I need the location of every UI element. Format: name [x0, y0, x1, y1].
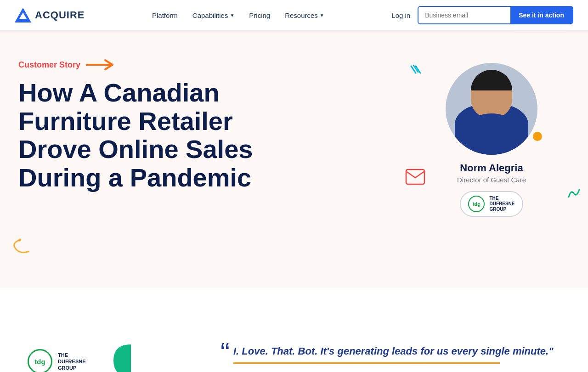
hero-left: Customer Story How A Canadian Furniture … — [18, 54, 312, 201]
envelope-icon — [405, 169, 425, 187]
chevron-down-icon: ▼ — [230, 13, 234, 18]
green-semicircle-icon — [113, 344, 131, 372]
avatar — [446, 63, 537, 155]
nav-pricing[interactable]: Pricing — [249, 11, 270, 19]
hero-section: Customer Story How A Canadian Furniture … — [0, 31, 588, 288]
quote-left: tdg THE DUFRESNE GROUP — [18, 334, 211, 372]
tdg-circle-logo: tdg — [468, 196, 485, 212]
logo-text: ACQUIRE — [35, 9, 85, 21]
nav-platform[interactable]: Platform — [152, 11, 178, 19]
quote-section: tdg THE DUFRESNE GROUP “ I. Love. That. … — [0, 306, 588, 372]
navbar: ACQUIRE Platform Capabilities ▼ Pricing … — [0, 0, 588, 31]
nav-resources[interactable]: Resources ▼ — [285, 11, 324, 19]
nav-links: Platform Capabilities ▼ Pricing Resource… — [152, 11, 324, 19]
squiggle-icon — [566, 187, 581, 202]
quote-text-block: I. Love. That. Bot. It's generating lead… — [233, 344, 554, 372]
hero-title: How A Canadian Furniture Retailer Drove … — [18, 79, 312, 192]
quote-text: I. Love. That. Bot. It's generating lead… — [233, 344, 554, 359]
logo-icon — [15, 8, 31, 23]
tdg-logo-large: tdg THE DUFRESNE GROUP — [28, 349, 86, 372]
chevron-down-icon: ▼ — [320, 13, 324, 18]
cta-button[interactable]: See it in action — [510, 7, 572, 23]
orange-dot-icon — [533, 132, 542, 141]
svg-rect-4 — [406, 169, 424, 184]
quote-content: “ I. Love. That. Bot. It's generating le… — [220, 344, 570, 372]
person-job-title: Director of Guest Care — [457, 176, 526, 184]
quote-right: “ I. Love. That. Bot. It's generating le… — [211, 334, 570, 372]
person-avatar-wrap — [446, 63, 537, 155]
nav-capabilities[interactable]: Capabilities ▼ — [192, 11, 234, 19]
email-input[interactable] — [418, 7, 510, 23]
company-name-text: THE DUFRESNE GROUP — [489, 196, 514, 212]
arrow-icon — [86, 58, 118, 71]
sparkle-lines-icon — [404, 64, 427, 89]
logo-link[interactable]: ACQUIRE — [15, 8, 85, 23]
quote-marks-icon: “ — [220, 339, 230, 366]
login-link[interactable]: Log in — [391, 11, 410, 19]
curly-deco-icon — [6, 235, 35, 264]
email-cta-form: See it in action — [418, 6, 573, 24]
tdg-logo-circle: tdg — [28, 349, 52, 372]
customer-story-badge: Customer Story — [18, 58, 312, 71]
hero-right-card: Norm Alegria Director of Guest Care tdg … — [395, 31, 588, 288]
nav-actions: Log in See it in action — [391, 6, 573, 24]
spacer — [0, 288, 588, 306]
person-name: Norm Alegria — [460, 162, 523, 174]
tdg-logo-name: THE DUFRESNE GROUP — [58, 352, 86, 372]
quote-underline-decoration — [233, 362, 500, 364]
company-logo: tdg THE DUFRESNE GROUP — [460, 191, 523, 217]
